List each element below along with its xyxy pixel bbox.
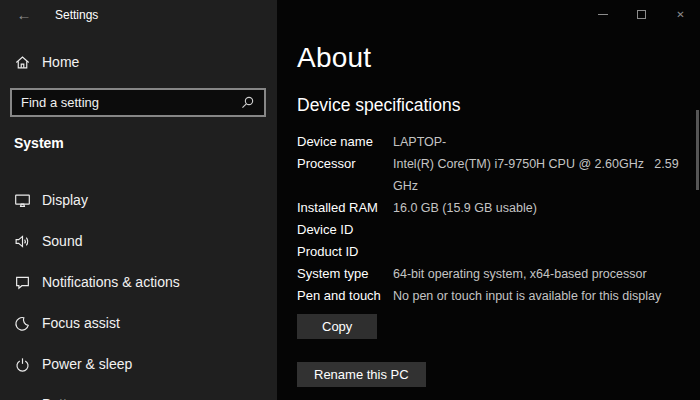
sidebar-item-power-sleep[interactable]: Power & sleep — [0, 350, 277, 378]
sidebar-item-label: Display — [42, 192, 88, 208]
rename-this-pc-button[interactable]: Rename this PC — [297, 362, 426, 387]
titlebar: ← Settings — [0, 0, 277, 30]
close-icon: ✕ — [676, 9, 684, 20]
spec-label: Processor — [297, 153, 393, 197]
spec-row-product-id: Product ID — [297, 241, 689, 263]
spec-value: Intel(R) Core(TM) i7-9750H CPU @ 2.60GHz… — [393, 153, 689, 197]
spec-row-processor: Processor Intel(R) Core(TM) i7-9750H CPU… — [297, 153, 689, 197]
back-icon[interactable]: ← — [12, 3, 36, 27]
sidebar-item-label: Power & sleep — [42, 356, 132, 372]
power-icon — [14, 356, 31, 373]
sidebar-item-battery[interactable]: Battery — [0, 390, 277, 400]
section-title: Device specifications — [297, 95, 460, 116]
spec-value: 16.0 GB (15.9 GB usable) — [393, 197, 537, 219]
spec-row-system-type: System type 64-bit operating system, x64… — [297, 263, 689, 285]
search-input[interactable] — [12, 90, 240, 115]
spec-label: System type — [297, 263, 393, 285]
spec-label: Device ID — [297, 219, 393, 241]
sidebar-item-label: Notifications & actions — [42, 274, 180, 290]
minimize-button[interactable] — [583, 0, 622, 28]
spec-label: Device name — [297, 131, 393, 153]
spec-value: 64-bit operating system, x64-based proce… — [393, 263, 647, 285]
sidebar-item-notifications[interactable]: Notifications & actions — [0, 268, 277, 296]
sidebar: ← Settings Home System — [0, 0, 277, 400]
sidebar-item-home[interactable]: Home — [0, 48, 277, 76]
spec-row-device-name: Device name LAPTOP- — [297, 131, 689, 153]
sidebar-item-label: Home — [42, 54, 79, 70]
notifications-icon — [14, 274, 31, 291]
sidebar-item-label: Focus assist — [42, 315, 120, 331]
sound-icon — [14, 233, 31, 250]
sidebar-item-focus-assist[interactable]: Focus assist — [0, 309, 277, 337]
app-title: Settings — [55, 8, 98, 22]
spec-row-pen-and-touch: Pen and touch No pen or touch input is a… — [297, 285, 689, 307]
page-title: About — [297, 42, 371, 74]
sidebar-section-title: System — [14, 135, 64, 151]
spec-label: Installed RAM — [297, 197, 393, 219]
maximize-button[interactable] — [622, 0, 661, 28]
spec-value: LAPTOP- — [393, 131, 446, 153]
battery-icon — [14, 396, 31, 400]
maximize-icon — [637, 10, 646, 19]
display-icon — [14, 192, 31, 209]
spec-row-installed-ram: Installed RAM 16.0 GB (15.9 GB usable) — [297, 197, 689, 219]
sidebar-item-label: Sound — [42, 233, 82, 249]
close-button[interactable]: ✕ — [661, 0, 700, 28]
content-pane: ✕ About Device specifications Device nam… — [277, 0, 700, 400]
home-icon — [14, 54, 31, 71]
spec-value: No pen or touch input is available for t… — [393, 285, 661, 307]
settings-window: ← Settings Home System — [0, 0, 700, 400]
focus-assist-icon — [14, 315, 31, 332]
sidebar-item-display[interactable]: Display — [0, 186, 277, 214]
device-specifications-list: Device name LAPTOP- Processor Intel(R) C… — [297, 131, 689, 307]
spec-label: Pen and touch — [297, 285, 393, 307]
search-icon — [240, 95, 255, 110]
sidebar-item-sound[interactable]: Sound — [0, 227, 277, 255]
minimize-icon — [598, 14, 608, 15]
search-box[interactable] — [10, 88, 266, 117]
window-controls: ✕ — [583, 0, 700, 28]
copy-button[interactable]: Copy — [297, 314, 377, 339]
vertical-scrollbar[interactable] — [696, 110, 699, 190]
spec-label: Product ID — [297, 241, 393, 263]
sidebar-item-label: Battery — [42, 396, 86, 400]
spec-row-device-id: Device ID — [297, 219, 689, 241]
